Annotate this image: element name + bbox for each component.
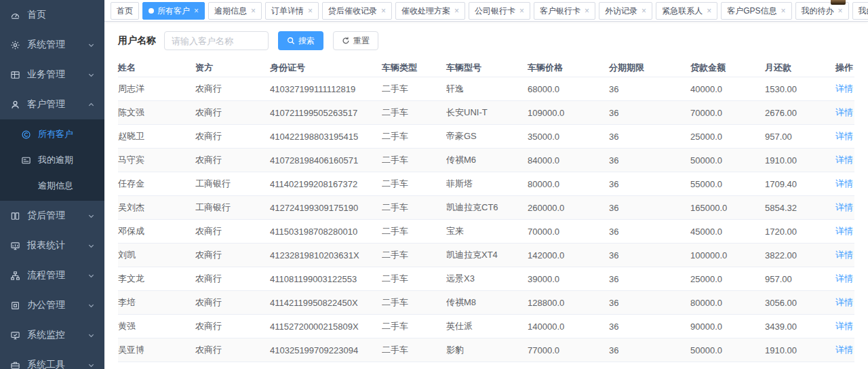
sidebar-item[interactable]: 系统工具	[0, 350, 104, 369]
cell-loan: 25000.0	[690, 125, 765, 149]
detail-link[interactable]: 详情	[835, 178, 853, 189]
table-body: 周志洋农商行410327199111112819二手车轩逸68000.03640…	[118, 77, 854, 369]
column-header-vehicle_type: 车辆类型	[382, 59, 446, 77]
chart-monitor-icon	[9, 240, 20, 251]
cell-id_card: 41142119950822450X	[270, 291, 382, 315]
cell-funder: 工商银行	[195, 196, 270, 220]
cell-model: 长安UNI-T	[446, 101, 528, 125]
tab-item[interactable]: 公司银行卡×	[469, 2, 530, 20]
chevron-down-icon	[87, 69, 95, 80]
close-icon[interactable]: ×	[519, 7, 524, 15]
cell-price: 68000.0	[528, 77, 609, 101]
detail-link[interactable]: 详情	[835, 250, 853, 260]
cell-model: 传祺M6	[446, 149, 528, 172]
detail-link[interactable]: 详情	[835, 226, 853, 236]
cell-name: 刘凯	[118, 244, 195, 267]
tab-item[interactable]: 逾期信息×	[208, 2, 262, 20]
cell-funder: 农商行	[195, 101, 270, 125]
chevron-down-icon	[87, 360, 95, 369]
customer-table: 姓名资方身份证号车辆类型车辆型号车辆价格分期期限贷款金额月还款操作 周志洋农商行…	[118, 59, 854, 369]
chevron-down-icon	[87, 330, 95, 341]
cell-name: 吴刘杰	[118, 196, 195, 220]
table-row: 吴刘杰工商银行412724199309175190二手车凯迪拉克CT626000…	[118, 196, 854, 220]
detail-link[interactable]: 详情	[835, 202, 853, 212]
detail-link[interactable]: 详情	[835, 131, 853, 141]
table-row: 黄强农商行41152720000215809X二手车英仕派140000.0369…	[118, 315, 854, 338]
tab-label: 客户GPS信息	[727, 3, 776, 19]
detail-link[interactable]: 详情	[835, 345, 853, 355]
columns-icon	[9, 210, 20, 221]
cell-model: 帝豪GS	[446, 125, 528, 149]
column-header-name: 姓名	[118, 59, 195, 77]
detail-link[interactable]: 详情	[835, 273, 853, 284]
cell-vehicle_type: 二手车	[382, 291, 446, 315]
sidebar-subitem[interactable]: 逾期信息	[0, 173, 104, 199]
cell-action: 详情	[833, 101, 854, 125]
column-header-term: 分期期限	[609, 59, 690, 77]
office-icon	[9, 300, 20, 311]
detail-link[interactable]: 详情	[835, 321, 853, 331]
reset-button[interactable]: 重置	[333, 31, 378, 50]
sidebar-item[interactable]: 贷后管理	[0, 201, 104, 231]
cell-name: 陈文强	[118, 101, 195, 125]
close-icon[interactable]: ×	[838, 7, 843, 15]
tab-item[interactable]: 首页	[111, 2, 139, 20]
cell-vehicle_type: 二手车	[382, 196, 446, 220]
tab-label: 紧急联系人	[662, 3, 703, 19]
sidebar-item[interactable]: 客户管理	[0, 90, 104, 119]
tab-label: 贷后催收记录	[328, 3, 377, 19]
cell-price: 142000.0	[528, 244, 609, 267]
cell-term: 36	[609, 149, 690, 172]
close-icon[interactable]: ×	[642, 7, 646, 15]
close-icon[interactable]: ×	[308, 7, 313, 15]
sidebar-item[interactable]: 报表统计	[0, 231, 104, 260]
sidebar-item[interactable]: 首页	[0, 0, 104, 30]
cell-term: 36	[609, 362, 690, 369]
cell-id_card: 410422198803195415	[270, 125, 382, 149]
cell-model: 凯迪拉克CT6	[446, 196, 528, 220]
sidebar-item[interactable]: 业务管理	[0, 60, 104, 90]
tab-item[interactable]: 客户GPS信息×	[721, 2, 791, 20]
cell-term: 36	[609, 338, 690, 362]
close-icon[interactable]: ×	[381, 7, 386, 15]
tab-item[interactable]: 订单详情×	[265, 2, 319, 20]
cell-name: 王志强	[118, 362, 195, 369]
sidebar-item-label: 报表统计	[27, 239, 65, 252]
tab-item[interactable]: 贷后催收记录×	[322, 2, 392, 20]
sidebar-subitem[interactable]: 我的逾期	[0, 147, 104, 173]
column-header-funder: 资方	[195, 59, 270, 77]
search-button[interactable]: 搜索	[278, 31, 323, 50]
tab-item[interactable]: 我的流程×	[852, 2, 868, 20]
tab-item[interactable]: 催收处理方案×	[395, 2, 465, 20]
cell-price: 39000.0	[528, 267, 609, 291]
tab-item[interactable]: 紧急联系人×	[656, 2, 717, 20]
tab-label: 我的待办	[802, 3, 834, 19]
sidebar-subitem[interactable]: 所有客户	[0, 121, 104, 147]
table-row: 李文龙农商行411081199003122553二手车远景X339000.036…	[118, 267, 854, 291]
sidebar-item[interactable]: 流程管理	[0, 260, 104, 290]
detail-link[interactable]: 详情	[835, 155, 853, 165]
table-row: 陈文强农商行410721199505263517二手车长安UNI-T109000…	[118, 101, 854, 125]
sidebar-item[interactable]: 办公管理	[0, 290, 104, 320]
close-icon[interactable]: ×	[251, 7, 256, 15]
avatar[interactable]	[831, 0, 846, 5]
close-icon[interactable]: ×	[454, 7, 459, 15]
close-icon[interactable]: ×	[585, 7, 589, 15]
detail-link[interactable]: 详情	[835, 83, 853, 94]
detail-link[interactable]: 详情	[835, 297, 853, 307]
cell-action: 详情	[833, 244, 854, 267]
sidebar-item[interactable]: 系统监控	[0, 320, 104, 350]
tab-item[interactable]: 客户银行卡×	[534, 2, 595, 20]
tab-item[interactable]: 外访记录×	[599, 2, 652, 20]
sidebar-item[interactable]: 系统管理	[0, 30, 104, 60]
customer-name-input[interactable]	[164, 31, 269, 50]
tab-label: 订单详情	[271, 3, 304, 19]
cell-funder: 农商行	[195, 338, 270, 362]
close-icon[interactable]: ×	[781, 7, 785, 15]
close-icon[interactable]: ×	[707, 7, 711, 15]
cell-action: 详情	[833, 77, 854, 101]
detail-link[interactable]: 详情	[835, 107, 853, 117]
cell-loan: 90000.0	[690, 315, 765, 338]
tab-item[interactable]: 所有客户×	[142, 2, 205, 20]
close-icon[interactable]: ×	[194, 7, 199, 15]
